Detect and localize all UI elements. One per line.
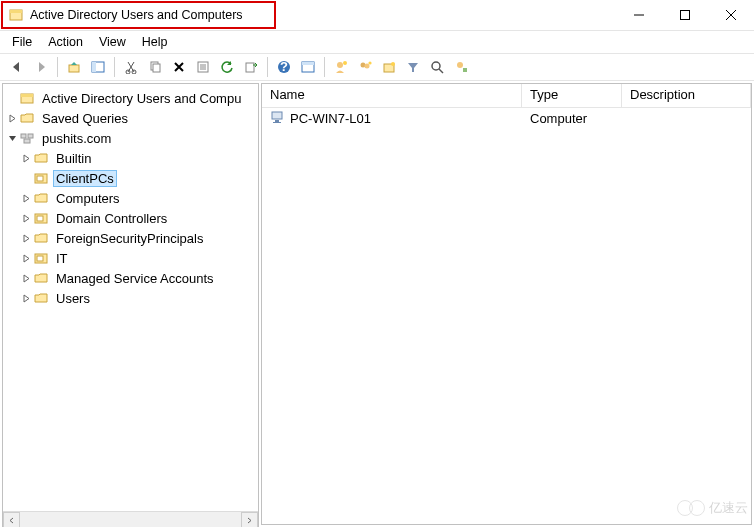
svg-point-29 <box>432 62 440 70</box>
scroll-right-button[interactable] <box>241 512 258 527</box>
find-button[interactable] <box>297 56 319 78</box>
svg-line-30 <box>439 69 443 73</box>
expand-icon[interactable] <box>19 154 33 163</box>
expand-icon[interactable] <box>19 194 33 203</box>
svg-rect-35 <box>21 134 26 138</box>
ou-icon <box>33 250 49 266</box>
cut-button[interactable] <box>120 56 142 78</box>
dc-label: Domain Controllers <box>53 210 170 227</box>
svg-rect-34 <box>21 94 33 97</box>
domain-label: pushits.com <box>39 130 114 147</box>
svg-rect-32 <box>463 68 467 72</box>
tree-hscrollbar[interactable] <box>3 511 258 527</box>
aduc-icon <box>19 90 35 106</box>
expand-icon[interactable] <box>19 234 33 243</box>
filter-icon[interactable] <box>402 56 424 78</box>
separator <box>267 57 268 77</box>
tree-domain-controllers[interactable]: Domain Controllers <box>5 208 256 228</box>
folder-icon <box>33 270 49 286</box>
export-button[interactable] <box>240 56 262 78</box>
domain-icon <box>19 130 35 146</box>
expand-icon[interactable] <box>19 214 33 223</box>
help-button[interactable]: ? <box>273 56 295 78</box>
computer-icon <box>270 109 286 128</box>
copy-button[interactable] <box>144 56 166 78</box>
tree-builtin[interactable]: Builtin <box>5 148 256 168</box>
forward-button[interactable] <box>30 56 52 78</box>
window-title: Active Directory Users and Computers <box>30 8 243 22</box>
folder-icon <box>33 190 49 206</box>
svg-point-26 <box>368 61 371 64</box>
menu-view[interactable]: View <box>91 33 134 51</box>
tree-users[interactable]: Users <box>5 288 256 308</box>
folder-icon <box>33 150 49 166</box>
minimize-button[interactable] <box>616 0 662 30</box>
search-icon[interactable] <box>426 56 448 78</box>
svg-point-28 <box>391 62 395 66</box>
list-item[interactable]: PC-WIN7-L01 Computer <box>262 108 751 128</box>
svg-rect-41 <box>37 216 43 221</box>
menubar: File Action View Help <box>0 31 754 53</box>
collapse-icon[interactable] <box>5 134 19 143</box>
svg-rect-43 <box>37 256 43 261</box>
expand-icon[interactable] <box>19 294 33 303</box>
separator <box>57 57 58 77</box>
svg-rect-12 <box>153 64 160 72</box>
column-name[interactable]: Name <box>262 84 522 107</box>
menu-action[interactable]: Action <box>40 33 91 51</box>
users-label: Users <box>53 290 93 307</box>
add-to-group-icon[interactable] <box>450 56 472 78</box>
svg-rect-46 <box>273 122 281 123</box>
expand-icon[interactable] <box>19 254 33 263</box>
tree-saved-queries[interactable]: Saved Queries <box>5 108 256 128</box>
folder-icon <box>33 290 49 306</box>
column-description[interactable]: Description <box>622 84 751 107</box>
menu-help[interactable]: Help <box>134 33 176 51</box>
tree-it[interactable]: IT <box>5 248 256 268</box>
new-ou-icon[interactable] <box>378 56 400 78</box>
scroll-left-button[interactable] <box>3 512 20 527</box>
properties-button[interactable] <box>192 56 214 78</box>
new-user-icon[interactable] <box>330 56 352 78</box>
menu-file[interactable]: File <box>4 33 40 51</box>
svg-point-31 <box>457 62 463 68</box>
tree-domain[interactable]: pushits.com <box>5 128 256 148</box>
tree-computers[interactable]: Computers <box>5 188 256 208</box>
show-hide-tree-button[interactable] <box>87 56 109 78</box>
svg-rect-37 <box>24 139 30 143</box>
ou-icon <box>33 170 49 186</box>
svg-rect-3 <box>681 11 690 20</box>
toolbar: ? <box>0 53 754 81</box>
separator <box>324 57 325 77</box>
app-icon <box>8 7 24 23</box>
separator <box>114 57 115 77</box>
list-body: PC-WIN7-L01 Computer <box>262 108 751 524</box>
expand-icon[interactable] <box>19 274 33 283</box>
svg-rect-8 <box>92 62 96 72</box>
folder-icon <box>33 230 49 246</box>
tree-clientpcs[interactable]: ClientPCs <box>5 168 256 188</box>
maximize-button[interactable] <box>662 0 708 30</box>
expand-icon[interactable] <box>5 114 19 123</box>
up-button[interactable] <box>63 56 85 78</box>
delete-button[interactable] <box>168 56 190 78</box>
builtin-label: Builtin <box>53 150 94 167</box>
ou-icon <box>33 210 49 226</box>
tree-msa[interactable]: Managed Service Accounts <box>5 268 256 288</box>
tree-root[interactable]: Active Directory Users and Compu <box>5 88 256 108</box>
refresh-button[interactable] <box>216 56 238 78</box>
column-type[interactable]: Type <box>522 84 622 107</box>
back-button[interactable] <box>6 56 28 78</box>
svg-rect-17 <box>246 63 254 72</box>
tree-pane: Active Directory Users and Compu Saved Q… <box>2 83 259 527</box>
tree-fsp[interactable]: ForeignSecurityPrincipals <box>5 228 256 248</box>
svg-rect-39 <box>37 176 43 181</box>
fsp-label: ForeignSecurityPrincipals <box>53 230 206 247</box>
close-button[interactable] <box>708 0 754 30</box>
new-group-icon[interactable] <box>354 56 376 78</box>
tree-root-label: Active Directory Users and Compu <box>39 90 244 107</box>
row-type: Computer <box>522 111 622 126</box>
clientpcs-label: ClientPCs <box>53 170 117 187</box>
svg-point-23 <box>343 61 347 65</box>
svg-point-22 <box>337 62 343 68</box>
